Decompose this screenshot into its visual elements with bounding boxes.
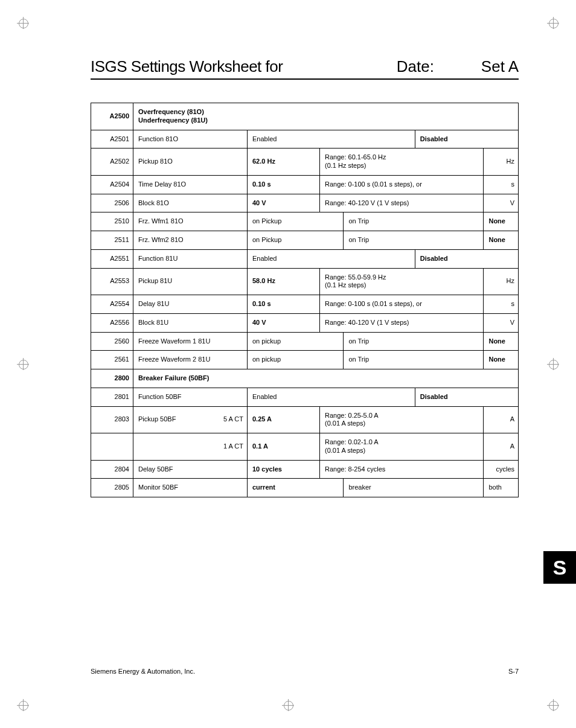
settings-table: A2500 Overfrequency (81O) Underfrequency… [91, 103, 519, 497]
row-id: A2501 [91, 130, 133, 148]
row-value: on pickup [248, 332, 344, 351]
row-value: None [484, 231, 519, 250]
crop-mark-icon [17, 358, 29, 370]
row-id: 2803 [91, 406, 133, 433]
side-tab: S [543, 551, 576, 584]
table-row: 2506 Block 81O 40 V Range: 40-120 V (1 V… [91, 194, 519, 212]
row-desc: Frz. Wfm1 81O [133, 212, 248, 231]
row-default: 0.10 s [248, 295, 320, 314]
table-row: A2553 Pickup 81U 58.0 Hz Range: 55.0-59.… [91, 268, 519, 295]
row-id: A2551 [91, 249, 133, 268]
row-unit: cycles [484, 460, 519, 479]
footer-company: Siemens Energy & Automation, Inc. [91, 668, 195, 675]
table-row: A2502 Pickup 81O 62.0 Hz Range: 60.1-65.… [91, 148, 519, 176]
crop-mark-icon [17, 17, 29, 29]
row-unit: Hz [484, 148, 519, 176]
row-default: 40 V [248, 313, 320, 332]
row-value: on Trip [344, 351, 484, 369]
section-id: A2500 [91, 103, 133, 130]
row-id: 2801 [91, 388, 133, 406]
row-range: Range: 0-100 s (0.01 s steps), or [320, 295, 484, 314]
row-value: None [484, 351, 519, 369]
footer-page-number: S-7 [508, 668, 519, 675]
row-id: A2556 [91, 313, 133, 332]
table-row: 2510 Frz. Wfm1 81O on Pickup on Trip Non… [91, 212, 519, 231]
row-desc: Freeze Waveform 1 81U [133, 332, 248, 351]
row-id: A2504 [91, 175, 133, 194]
row-value: None [484, 212, 519, 231]
row-desc: Delay 81U [133, 295, 248, 314]
table-row: 1 A CT 0.1 A Range: 0.02-1.0 A (0.01 A s… [91, 433, 519, 461]
row-value: on Pickup [248, 212, 344, 231]
row-range: Range: 40-120 V (1 V steps) [320, 194, 484, 212]
row-range: Range: 0.02-1.0 A (0.01 A steps) [320, 433, 484, 461]
row-id: 2804 [91, 460, 133, 479]
row-id: 2510 [91, 212, 133, 231]
row-value: Disabled [415, 388, 518, 406]
table-row: A2556 Block 81U 40 V Range: 40-120 V (1 … [91, 313, 519, 332]
table-row: A2504 Time Delay 81O 0.10 s Range: 0-100… [91, 175, 519, 194]
row-desc: Time Delay 81O [133, 175, 248, 194]
row-default: 0.25 A [248, 406, 320, 433]
section-title: Breaker Failure (50BF) [133, 369, 519, 388]
row-range: Range: 40-120 V (1 V steps) [320, 313, 484, 332]
page-footer: Siemens Energy & Automation, Inc. S-7 [91, 668, 519, 675]
row-value: on Pickup [248, 231, 344, 250]
row-desc-text: Pickup 50BF [138, 415, 176, 423]
row-value: on Trip [344, 231, 484, 250]
table-row: 2804 Delay 50BF 10 cycles Range: 8-254 c… [91, 460, 519, 479]
row-value: Disabled [415, 130, 518, 148]
crop-mark-icon [17, 699, 29, 711]
section-id: 2800 [91, 369, 133, 388]
row-desc: Block 81O [133, 194, 248, 212]
row-id: 2506 [91, 194, 133, 212]
row-value: Enabled [248, 249, 415, 268]
page-content: ISGS Settings Worksheet for Date: Set A … [0, 0, 576, 497]
crop-mark-icon [282, 699, 294, 711]
row-unit: V [484, 194, 519, 212]
row-desc: Delay 50BF [133, 460, 248, 479]
row-id: A2502 [91, 148, 133, 176]
table-row: 2805 Monitor 50BF current breaker both [91, 479, 519, 497]
row-value: on pickup [248, 351, 344, 369]
row-id: 2560 [91, 332, 133, 351]
table-row: A2554 Delay 81U 0.10 s Range: 0-100 s (0… [91, 295, 519, 314]
row-desc: Pickup 81O [133, 148, 248, 176]
row-desc: Monitor 50BF [133, 479, 248, 497]
section-title: Overfrequency (81O) Underfrequency (81U) [133, 103, 519, 130]
table-row: 2560 Freeze Waveform 1 81U on pickup on … [91, 332, 519, 351]
row-default: 10 cycles [248, 460, 320, 479]
row-unit: Hz [484, 268, 519, 295]
row-value: Enabled [248, 388, 415, 406]
row-desc: Function 81O [133, 130, 248, 148]
row-desc: Pickup 50BF 5 A CT [133, 406, 248, 433]
row-value: both [484, 479, 519, 497]
row-default: 62.0 Hz [248, 148, 320, 176]
set-label: Set A [481, 57, 519, 76]
row-default: 58.0 Hz [248, 268, 320, 295]
row-default: 0.1 A [248, 433, 320, 461]
date-label: Date: [397, 57, 481, 76]
row-value: breaker [344, 479, 484, 497]
crop-mark-icon [547, 699, 559, 711]
row-value: current [248, 479, 344, 497]
row-id: A2554 [91, 295, 133, 314]
row-range: Range: 0.25-5.0 A (0.01 A steps) [320, 406, 484, 433]
ct-label: 1 A CT [133, 433, 248, 461]
page-title: ISGS Settings Worksheet for [91, 57, 397, 76]
row-id: 2511 [91, 231, 133, 250]
row-unit: A [484, 433, 519, 461]
table-row: 2561 Freeze Waveform 2 81U on pickup on … [91, 351, 519, 369]
row-id: 2561 [91, 351, 133, 369]
row-range: Range: 0-100 s (0.01 s steps), or [320, 175, 484, 194]
section-header-row: A2500 Overfrequency (81O) Underfrequency… [91, 103, 519, 130]
row-range: Range: 55.0-59.9 Hz (0.1 Hz steps) [320, 268, 484, 295]
row-value: None [484, 332, 519, 351]
row-unit: A [484, 406, 519, 433]
page-header: ISGS Settings Worksheet for Date: Set A [91, 57, 519, 80]
row-value: Disabled [415, 249, 518, 268]
crop-mark-icon [547, 358, 559, 370]
table-row: 2511 Frz. Wfm2 81O on Pickup on Trip Non… [91, 231, 519, 250]
row-unit: V [484, 313, 519, 332]
row-unit: s [484, 295, 519, 314]
